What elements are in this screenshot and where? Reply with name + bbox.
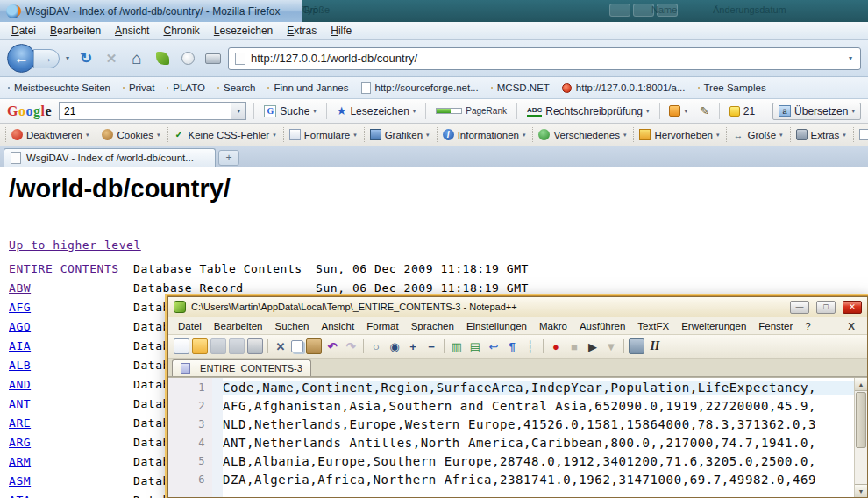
indent-guide-icon[interactable]: ┆ — [523, 338, 538, 354]
play-macro-icon[interactable]: ▶ — [585, 338, 601, 354]
stop-macro-icon[interactable]: ■ — [566, 338, 582, 354]
highlight-button[interactable]: 21 — [727, 103, 758, 119]
menu-item[interactable]: Sprachen — [405, 319, 460, 333]
copy-icon[interactable] — [291, 340, 303, 352]
menu-item[interactable]: Ausführen — [573, 319, 631, 333]
reload-button[interactable]: ↻ — [75, 48, 96, 69]
bookmark-item[interactable]: Finn und Jannes — [267, 82, 348, 93]
menu-item[interactable]: Ansicht — [108, 23, 156, 39]
toolbar-separator[interactable] — [543, 339, 544, 353]
menu-item[interactable]: Fenster — [752, 319, 799, 333]
devtoolbar-item[interactable]: Deaktivieren ▾ — [5, 127, 94, 142]
spellcheck-button[interactable]: ABC Rechtschreibprüfung ▾ — [524, 103, 652, 119]
print-button[interactable] — [203, 48, 224, 69]
entry-link[interactable]: ABW — [9, 281, 133, 295]
open-folder-icon[interactable] — [192, 338, 208, 354]
up-to-higher-level-link[interactable]: Up to higher level — [9, 238, 141, 252]
translate-button[interactable]: ä Übersetzen ▾ — [772, 103, 861, 120]
devtoolbar-item[interactable]: Grafiken ▾ — [364, 127, 435, 142]
scrollbar-thumb[interactable] — [856, 392, 866, 448]
save-macro-icon[interactable]: ▼ — [603, 338, 619, 354]
bookmark-margin[interactable] — [212, 433, 223, 452]
replace-icon[interactable]: ◉ — [387, 338, 402, 354]
history-clock-button[interactable] — [177, 48, 198, 69]
entry-link[interactable]: ARG — [9, 436, 133, 449]
html-preview-icon[interactable]: H — [647, 338, 663, 354]
menu-item[interactable]: Datei — [4, 23, 43, 39]
print-icon[interactable] — [247, 338, 263, 354]
bookmark-item[interactable]: Tree Samples — [698, 82, 766, 93]
menu-item[interactable]: Format — [360, 319, 404, 333]
toolbar-separator[interactable] — [444, 339, 445, 353]
devtoolbar-item[interactable]: ↔ Größe ▾ — [726, 127, 787, 142]
devtoolbar-item[interactable]: Extras ▾ — [790, 127, 851, 142]
menu-item[interactable]: Chronik — [156, 23, 206, 39]
entry-link[interactable]: AFG — [9, 301, 133, 314]
show-all-characters-icon[interactable]: ¶ — [504, 338, 520, 354]
maximize-button[interactable]: □ — [816, 301, 836, 314]
bookmark-item[interactable]: MCSD.NET — [491, 82, 550, 93]
menu-item[interactable]: Lesezeichen — [207, 23, 280, 39]
entry-link[interactable]: ARE — [9, 416, 133, 430]
menu-item[interactable]: Makro — [533, 319, 573, 333]
zoom-out-icon[interactable]: − — [423, 338, 439, 354]
bookmark-margin[interactable] — [212, 415, 223, 433]
cut-icon[interactable]: ✕ — [273, 338, 288, 354]
entry-link[interactable]: AGO — [9, 320, 133, 333]
menu-item[interactable]: Bearbeiten — [208, 319, 269, 333]
bookmark-item[interactable]: http://127.0.0.1:8001/a... — [562, 82, 686, 93]
devtoolbar-item[interactable]: ✓ Keine CSS-Fehler ▾ — [167, 127, 281, 142]
google-search-box[interactable]: ▾ — [59, 102, 246, 120]
devtoolbar-item[interactable]: Formulare ▾ — [283, 127, 362, 142]
devtoolbar-item[interactable]: Hervorheben ▾ — [633, 127, 724, 142]
bookmark-margin[interactable] — [212, 378, 223, 396]
editor-area[interactable]: 1 Code,Name,Continent,Region,SurfaceArea… — [168, 377, 867, 497]
vertical-scrollbar[interactable]: ▲ ▼ — [854, 378, 867, 497]
find-icon[interactable]: ○ — [368, 338, 384, 354]
bookmark-item[interactable]: Search — [217, 82, 255, 93]
firefox-titlebar[interactable]: WsgiDAV - Index of /world-db/country/ - … — [0, 0, 868, 22]
menu-item[interactable]: Ansicht — [316, 319, 361, 333]
devtoolbar-item[interactable]: Quelltext ▾ — [853, 127, 868, 142]
location-bar[interactable]: ▾ — [228, 47, 861, 70]
word-wrap-icon[interactable]: ↩ — [486, 338, 502, 354]
entry-link[interactable]: ALB — [9, 359, 133, 372]
menu-item[interactable]: Erweiterungen — [675, 319, 752, 333]
toolbar-separator[interactable] — [267, 339, 268, 353]
menu-item[interactable]: ? — [799, 319, 816, 333]
menu-item[interactable]: Bearbeiten — [43, 23, 108, 39]
minimize-button[interactable]: — — [790, 301, 809, 314]
pagerank-indicator[interactable]: PageRank — [433, 104, 509, 117]
autofill-button[interactable]: ▾ — [666, 103, 690, 118]
menu-item[interactable]: Hilfe — [324, 23, 359, 39]
close-button[interactable]: ✕ — [843, 301, 862, 314]
save-all-icon[interactable] — [229, 338, 245, 354]
paste-icon[interactable] — [306, 338, 322, 354]
entry-link[interactable]: ENTIRE CONTENTS — [9, 262, 133, 275]
record-macro-icon[interactable]: ● — [548, 338, 564, 354]
bookmark-item[interactable]: Privat — [123, 82, 154, 93]
google-search-input[interactable] — [60, 105, 231, 117]
doc-map-icon[interactable] — [629, 338, 644, 354]
back-button[interactable]: ← — [7, 44, 36, 73]
sync-vertical-icon[interactable]: ▥ — [449, 338, 465, 354]
editor-line[interactable]: 2 AFG,Afghanistan,Asia,Southern and Cent… — [168, 396, 867, 415]
search-history-dropdown-icon[interactable]: ▾ — [231, 103, 245, 119]
bookmark-item[interactable]: PLATO — [167, 82, 205, 93]
sync-horizontal-icon[interactable]: ▤ — [467, 338, 483, 354]
url-input[interactable] — [251, 52, 842, 65]
menu-item[interactable]: Suchen — [268, 319, 315, 333]
bookmark-margin[interactable] — [212, 452, 223, 470]
entry-link[interactable]: ASM — [9, 474, 133, 487]
scroll-up-icon[interactable]: ▲ — [855, 378, 867, 391]
entry-link[interactable]: AND — [9, 378, 133, 391]
editor-line[interactable]: 6 DZA,Algeria,Africa,Northern Africa,238… — [168, 470, 867, 488]
urlbar-dropdown-icon[interactable]: ▾ — [847, 54, 854, 62]
devtoolbar-item[interactable]: i Informationen ▾ — [437, 127, 531, 142]
send-to-button[interactable]: ✎ — [697, 103, 712, 119]
redo-icon[interactable]: ↷ — [343, 338, 359, 354]
browser-tab[interactable]: WsgiDAV - Index of /world-db/count... — [4, 148, 216, 167]
new-file-icon[interactable] — [174, 338, 189, 354]
google-bookmarks-button[interactable]: ★ Lesezeichen ▾ — [334, 103, 419, 119]
undo-icon[interactable]: ↶ — [324, 338, 340, 354]
